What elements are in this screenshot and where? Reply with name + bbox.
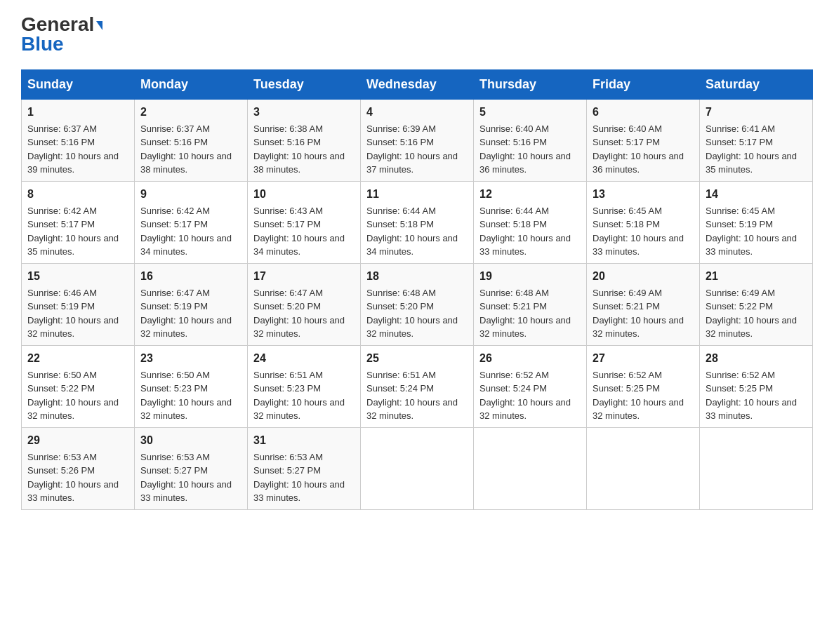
sunset-text: Sunset: 5:24 PM bbox=[366, 383, 434, 394]
sunrise-text: Sunrise: 6:37 AM bbox=[140, 123, 210, 134]
sunrise-text: Sunrise: 6:51 AM bbox=[366, 370, 436, 380]
day-number: 20 bbox=[593, 268, 694, 285]
sunset-text: Sunset: 5:21 PM bbox=[593, 301, 660, 311]
calendar-cell: 6Sunrise: 6:40 AMSunset: 5:17 PMDaylight… bbox=[587, 99, 700, 181]
header-row: SundayMondayTuesdayWednesdayThursdayFrid… bbox=[22, 69, 813, 99]
daylight-text: Daylight: 10 hours and 37 minutes. bbox=[366, 151, 458, 175]
calendar-cell: 24Sunrise: 6:51 AMSunset: 5:23 PMDayligh… bbox=[248, 345, 361, 427]
calendar-cell: 19Sunrise: 6:48 AMSunset: 5:21 PMDayligh… bbox=[474, 263, 587, 345]
logo-blue: Blue bbox=[21, 33, 64, 55]
calendar-cell: 7Sunrise: 6:41 AMSunset: 5:17 PMDaylight… bbox=[700, 99, 813, 181]
page-header: General Blue bbox=[21, 14, 813, 55]
header-thursday: Thursday bbox=[474, 69, 587, 99]
daylight-text: Daylight: 10 hours and 32 minutes. bbox=[593, 397, 684, 422]
day-number: 25 bbox=[366, 350, 468, 367]
calendar-cell: 25Sunrise: 6:51 AMSunset: 5:24 PMDayligh… bbox=[361, 345, 474, 427]
daylight-text: Daylight: 10 hours and 32 minutes. bbox=[479, 315, 571, 340]
sunrise-text: Sunrise: 6:47 AM bbox=[253, 288, 323, 298]
sunset-text: Sunset: 5:23 PM bbox=[253, 383, 321, 394]
sunrise-text: Sunrise: 6:53 AM bbox=[140, 452, 210, 462]
daylight-text: Daylight: 10 hours and 32 minutes. bbox=[27, 315, 119, 340]
daylight-text: Daylight: 10 hours and 32 minutes. bbox=[593, 315, 684, 340]
daylight-text: Daylight: 10 hours and 33 minutes. bbox=[27, 479, 119, 504]
sunrise-text: Sunrise: 6:43 AM bbox=[253, 206, 323, 216]
daylight-text: Daylight: 10 hours and 33 minutes. bbox=[706, 397, 797, 422]
daylight-text: Daylight: 10 hours and 32 minutes. bbox=[366, 397, 458, 422]
daylight-text: Daylight: 10 hours and 32 minutes. bbox=[253, 397, 345, 422]
logo: General Blue bbox=[21, 14, 102, 55]
daylight-text: Daylight: 10 hours and 36 minutes. bbox=[593, 151, 684, 175]
sunrise-text: Sunrise: 6:50 AM bbox=[27, 370, 97, 380]
calendar-cell bbox=[361, 427, 474, 509]
sunset-text: Sunset: 5:22 PM bbox=[706, 301, 773, 311]
sunrise-text: Sunrise: 6:42 AM bbox=[27, 206, 97, 216]
header-friday: Friday bbox=[587, 69, 700, 99]
calendar-cell: 15Sunrise: 6:46 AMSunset: 5:19 PMDayligh… bbox=[22, 263, 135, 345]
sunset-text: Sunset: 5:16 PM bbox=[479, 137, 547, 147]
daylight-text: Daylight: 10 hours and 39 minutes. bbox=[27, 151, 119, 175]
day-number: 24 bbox=[253, 350, 355, 367]
sunrise-text: Sunrise: 6:53 AM bbox=[253, 452, 323, 462]
daylight-text: Daylight: 10 hours and 33 minutes. bbox=[140, 479, 232, 504]
calendar-cell: 13Sunrise: 6:45 AMSunset: 5:18 PMDayligh… bbox=[587, 181, 700, 263]
sunrise-text: Sunrise: 6:45 AM bbox=[706, 206, 775, 216]
daylight-text: Daylight: 10 hours and 35 minutes. bbox=[27, 233, 119, 257]
day-number: 16 bbox=[140, 268, 241, 285]
day-number: 12 bbox=[479, 186, 581, 203]
sunset-text: Sunset: 5:19 PM bbox=[706, 219, 773, 229]
sunset-text: Sunset: 5:18 PM bbox=[479, 219, 547, 229]
calendar-cell: 29Sunrise: 6:53 AMSunset: 5:26 PMDayligh… bbox=[22, 427, 135, 509]
daylight-text: Daylight: 10 hours and 36 minutes. bbox=[479, 151, 571, 175]
week-row-3: 15Sunrise: 6:46 AMSunset: 5:19 PMDayligh… bbox=[22, 263, 813, 345]
daylight-text: Daylight: 10 hours and 38 minutes. bbox=[140, 151, 232, 175]
daylight-text: Daylight: 10 hours and 32 minutes. bbox=[140, 397, 232, 422]
daylight-text: Daylight: 10 hours and 32 minutes. bbox=[140, 315, 232, 340]
sunset-text: Sunset: 5:19 PM bbox=[140, 301, 208, 311]
calendar-cell: 14Sunrise: 6:45 AMSunset: 5:19 PMDayligh… bbox=[700, 181, 813, 263]
day-number: 28 bbox=[706, 350, 807, 367]
sunset-text: Sunset: 5:25 PM bbox=[706, 383, 773, 394]
sunset-text: Sunset: 5:18 PM bbox=[366, 219, 434, 229]
sunrise-text: Sunrise: 6:47 AM bbox=[140, 288, 210, 298]
sunrise-text: Sunrise: 6:42 AM bbox=[140, 206, 210, 216]
sunrise-text: Sunrise: 6:52 AM bbox=[479, 370, 549, 380]
day-number: 15 bbox=[27, 268, 128, 285]
calendar-cell: 5Sunrise: 6:40 AMSunset: 5:16 PMDaylight… bbox=[474, 99, 587, 181]
header-wednesday: Wednesday bbox=[361, 69, 474, 99]
day-number: 19 bbox=[479, 268, 581, 285]
calendar-cell: 20Sunrise: 6:49 AMSunset: 5:21 PMDayligh… bbox=[587, 263, 700, 345]
sunrise-text: Sunrise: 6:49 AM bbox=[706, 288, 775, 298]
calendar-cell: 17Sunrise: 6:47 AMSunset: 5:20 PMDayligh… bbox=[248, 263, 361, 345]
sunrise-text: Sunrise: 6:50 AM bbox=[140, 370, 210, 380]
day-number: 13 bbox=[593, 186, 694, 203]
sunset-text: Sunset: 5:24 PM bbox=[479, 383, 547, 394]
daylight-text: Daylight: 10 hours and 34 minutes. bbox=[253, 233, 345, 257]
calendar-cell bbox=[474, 427, 587, 509]
day-number: 1 bbox=[27, 104, 128, 121]
day-number: 17 bbox=[253, 268, 355, 285]
logo-general: General bbox=[21, 13, 94, 35]
calendar-cell: 9Sunrise: 6:42 AMSunset: 5:17 PMDaylight… bbox=[135, 181, 248, 263]
day-number: 10 bbox=[253, 186, 355, 203]
sunset-text: Sunset: 5:16 PM bbox=[366, 137, 434, 147]
sunrise-text: Sunrise: 6:52 AM bbox=[593, 370, 662, 380]
calendar-table: SundayMondayTuesdayWednesdayThursdayFrid… bbox=[21, 69, 813, 510]
day-number: 21 bbox=[706, 268, 807, 285]
sunset-text: Sunset: 5:20 PM bbox=[366, 301, 434, 311]
sunrise-text: Sunrise: 6:41 AM bbox=[706, 123, 775, 134]
day-number: 27 bbox=[593, 350, 694, 367]
daylight-text: Daylight: 10 hours and 33 minutes. bbox=[479, 233, 571, 257]
week-row-4: 22Sunrise: 6:50 AMSunset: 5:22 PMDayligh… bbox=[22, 345, 813, 427]
calendar-cell: 23Sunrise: 6:50 AMSunset: 5:23 PMDayligh… bbox=[135, 345, 248, 427]
calendar-cell: 2Sunrise: 6:37 AMSunset: 5:16 PMDaylight… bbox=[135, 99, 248, 181]
calendar-cell: 16Sunrise: 6:47 AMSunset: 5:19 PMDayligh… bbox=[135, 263, 248, 345]
day-number: 23 bbox=[140, 350, 241, 367]
sunset-text: Sunset: 5:27 PM bbox=[140, 465, 208, 476]
sunset-text: Sunset: 5:23 PM bbox=[140, 383, 208, 394]
calendar-cell: 11Sunrise: 6:44 AMSunset: 5:18 PMDayligh… bbox=[361, 181, 474, 263]
sunset-text: Sunset: 5:19 PM bbox=[27, 301, 95, 311]
day-number: 31 bbox=[253, 432, 355, 449]
calendar-cell: 10Sunrise: 6:43 AMSunset: 5:17 PMDayligh… bbox=[248, 181, 361, 263]
daylight-text: Daylight: 10 hours and 32 minutes. bbox=[479, 397, 571, 422]
daylight-text: Daylight: 10 hours and 38 minutes. bbox=[253, 151, 345, 175]
